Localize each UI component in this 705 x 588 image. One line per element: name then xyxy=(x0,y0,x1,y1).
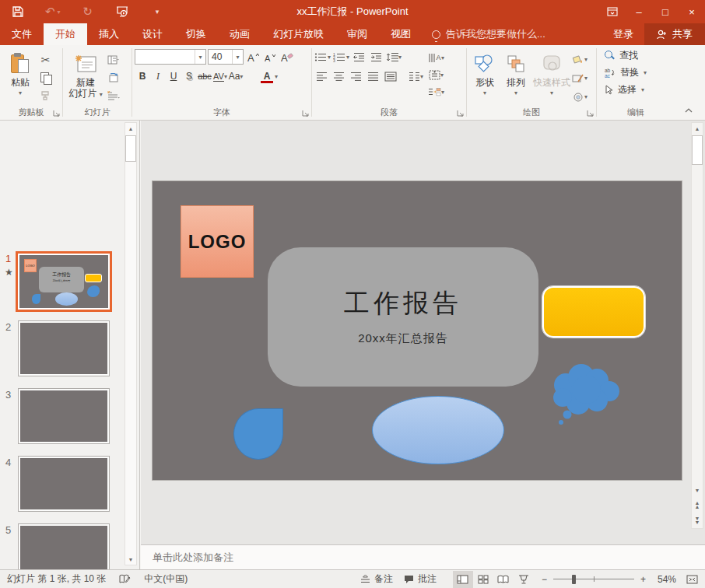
zoom-level[interactable]: 54% xyxy=(652,570,682,588)
maximize-button[interactable]: □ xyxy=(652,0,679,23)
slide-counter[interactable]: 幻灯片 第 1 张, 共 10 张 xyxy=(0,570,111,588)
customize-qat-button[interactable]: ▾ xyxy=(149,3,163,20)
scrollbar-thumb[interactable] xyxy=(125,135,136,162)
notes-pane[interactable]: 单击此处添加备注 xyxy=(141,544,705,569)
cloud-shape[interactable] xyxy=(544,360,628,430)
tab-insert[interactable]: 插入 xyxy=(87,23,131,45)
zoom-slider[interactable] xyxy=(553,574,634,585)
increase-font-size-button[interactable]: A xyxy=(245,49,261,65)
increase-indent-button[interactable] xyxy=(369,50,384,65)
numbering-button[interactable]: 123▾ xyxy=(333,50,349,65)
tab-slideshow[interactable]: 幻灯片放映 xyxy=(261,23,335,45)
clipboard-dialog-launcher[interactable] xyxy=(53,110,61,117)
teardrop-shape[interactable] xyxy=(233,408,283,460)
shape-effects-button[interactable]: ▾ xyxy=(572,89,588,104)
slide-sorter-view-button[interactable] xyxy=(473,571,493,588)
cut-button[interactable]: ✂ xyxy=(38,52,53,67)
shape-fill-button[interactable]: ▾ xyxy=(572,52,588,67)
tab-animations[interactable]: 动画 xyxy=(218,23,261,45)
chevron-down-icon[interactable]: ▾ xyxy=(275,73,278,80)
spell-check-button[interactable] xyxy=(111,570,139,588)
select-button[interactable]: 选择 ▾ xyxy=(605,83,672,96)
new-slide-button[interactable]: 新建 幻灯片 ▾ xyxy=(65,49,106,107)
section-button[interactable] xyxy=(106,88,121,103)
text-direction-button[interactable]: A▾ xyxy=(428,51,444,65)
slide-thumbnail-5[interactable] xyxy=(19,524,109,569)
font-size-combobox[interactable]: 40 ▾ xyxy=(208,49,244,65)
tab-design[interactable]: 设计 xyxy=(131,23,174,45)
shape-outline-button[interactable]: ▾ xyxy=(572,71,588,86)
language-indicator[interactable]: 中文(中国) xyxy=(139,570,193,588)
main-vertical-scrollbar[interactable]: ▲ ▼ ▲▲ ▼▼ xyxy=(691,122,703,529)
tell-me-box[interactable]: 告诉我您想要做什么... xyxy=(423,23,555,45)
font-name-combobox[interactable]: ▾ xyxy=(135,49,206,65)
slideshow-view-button[interactable] xyxy=(514,571,534,588)
comments-toggle-button[interactable]: 批注 xyxy=(398,570,442,588)
paste-button[interactable]: 粘贴 ▾ xyxy=(2,49,38,107)
logo-shape[interactable]: LOGO xyxy=(181,205,254,278)
slide-1[interactable]: LOGO 工作报告 20xx年汇总报告 xyxy=(153,181,682,480)
zoom-slider-knob[interactable] xyxy=(572,575,576,584)
collapse-ribbon-button[interactable] xyxy=(682,105,696,116)
fit-to-window-button[interactable] xyxy=(682,571,702,588)
bold-button[interactable]: B xyxy=(135,68,150,84)
character-spacing-button[interactable]: AV▾ xyxy=(212,68,228,84)
copy-button[interactable] xyxy=(38,70,53,85)
replace-button[interactable]: abac 替换 ▾ xyxy=(605,66,672,79)
minimize-button[interactable]: – xyxy=(626,0,652,23)
text-shadow-button[interactable]: S xyxy=(181,68,197,84)
line-spacing-button[interactable]: ▾ xyxy=(386,50,402,65)
redo-button[interactable]: ↻ xyxy=(81,3,95,20)
slide-thumbnail-3[interactable] xyxy=(19,389,109,443)
scroll-down-button[interactable]: ▼ xyxy=(125,554,136,565)
scroll-down-button[interactable]: ▼ xyxy=(692,485,703,495)
normal-view-button[interactable] xyxy=(453,571,473,588)
thumbnail-scrollbar[interactable]: ▲ ▼ xyxy=(125,122,137,565)
zoom-in-button[interactable]: + xyxy=(637,570,652,588)
italic-button[interactable]: I xyxy=(150,68,166,84)
slide-thumbnail-2[interactable] xyxy=(19,321,109,376)
undo-button[interactable]: ↶▾ xyxy=(45,3,61,20)
reading-view-button[interactable] xyxy=(493,571,514,588)
slide-layout-button[interactable] xyxy=(106,52,121,67)
align-center-button[interactable] xyxy=(331,69,346,84)
quick-styles-button[interactable]: 快速样式 ▾ xyxy=(531,49,572,107)
sign-in-button[interactable]: 登录 xyxy=(602,23,644,45)
font-color-button[interactable]: A xyxy=(259,68,275,84)
tab-transitions[interactable]: 切换 xyxy=(174,23,218,45)
find-button[interactable]: 查找 xyxy=(605,49,672,62)
justify-button[interactable] xyxy=(366,69,381,84)
tab-review[interactable]: 审阅 xyxy=(335,23,379,45)
drawing-dialog-launcher[interactable] xyxy=(587,110,595,117)
font-dialog-launcher[interactable] xyxy=(302,110,310,117)
close-button[interactable]: × xyxy=(679,0,705,23)
title-rounded-rectangle[interactable]: 工作报告 20xx年汇总报告 xyxy=(268,247,538,387)
align-text-button[interactable]: ▾ xyxy=(428,68,444,82)
decrease-indent-button[interactable] xyxy=(352,50,367,65)
change-case-button[interactable]: Aa▾ xyxy=(228,68,244,84)
tab-home[interactable]: 开始 xyxy=(44,23,87,45)
columns-button[interactable]: ▾ xyxy=(409,69,423,84)
scroll-up-button[interactable]: ▲ xyxy=(692,123,703,134)
slide-thumbnail-4[interactable] xyxy=(19,457,109,511)
ribbon-display-options-button[interactable] xyxy=(599,0,626,23)
yellow-rounded-rectangle[interactable] xyxy=(542,286,645,338)
strikethrough-button[interactable]: abc xyxy=(197,68,212,84)
next-slide-button[interactable]: ▼▼ xyxy=(692,514,703,527)
arrange-button[interactable]: 排列 ▾ xyxy=(500,49,531,107)
ellipse-shape[interactable] xyxy=(372,396,504,464)
tab-file[interactable]: 文件 xyxy=(0,23,44,45)
decrease-font-size-button[interactable]: A xyxy=(262,49,278,65)
tab-view[interactable]: 视图 xyxy=(379,23,423,45)
format-painter-button[interactable] xyxy=(38,88,53,103)
save-button[interactable] xyxy=(11,3,25,20)
previous-slide-button[interactable]: ▲▲ xyxy=(692,499,703,511)
zoom-out-button[interactable]: − xyxy=(534,570,550,588)
share-button[interactable]: 共享 xyxy=(644,23,705,45)
distribute-button[interactable] xyxy=(383,69,398,84)
convert-smartart-button[interactable]: ▾ xyxy=(428,85,444,100)
align-right-button[interactable] xyxy=(349,69,363,84)
bullets-button[interactable]: ▾ xyxy=(314,50,331,65)
slide-thumbnail-1[interactable]: LOGO 工作报告 20xx年汇总报告 xyxy=(16,251,112,312)
clear-formatting-button[interactable]: A xyxy=(279,49,295,65)
